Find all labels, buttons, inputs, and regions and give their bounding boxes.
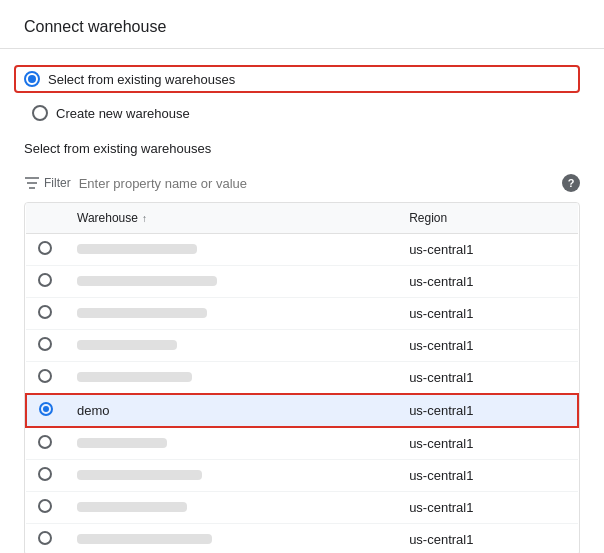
row-region: us-central1 — [397, 492, 578, 524]
row-region: us-central1 — [397, 460, 578, 492]
th-warehouse: Warehouse ↑ — [65, 203, 397, 234]
warehouse-table-wrapper: Warehouse ↑ Region us-central1us-central… — [24, 202, 580, 553]
table-row[interactable]: us-central1 — [26, 460, 578, 492]
warehouse-table: Warehouse ↑ Region us-central1us-central… — [25, 203, 579, 553]
row-radio[interactable] — [38, 369, 52, 383]
table-row[interactable]: us-central1 — [26, 362, 578, 395]
table-row[interactable]: us-central1 — [26, 298, 578, 330]
table-row[interactable]: us-central1 — [26, 492, 578, 524]
skeleton-warehouse — [77, 244, 197, 254]
row-radio-cell[interactable] — [26, 330, 65, 362]
radio-new-input[interactable] — [32, 105, 48, 121]
filter-input[interactable] — [79, 176, 562, 191]
th-radio — [26, 203, 65, 234]
skeleton-warehouse — [77, 308, 207, 318]
row-radio[interactable] — [38, 499, 52, 513]
row-radio-cell[interactable] — [26, 492, 65, 524]
row-warehouse — [65, 492, 397, 524]
table-row[interactable]: demous-central1 — [26, 394, 578, 427]
table-row[interactable]: us-central1 — [26, 427, 578, 460]
row-region: us-central1 — [397, 362, 578, 395]
table-header-row: Warehouse ↑ Region — [26, 203, 578, 234]
radio-group: Select from existing warehouses Create n… — [24, 65, 580, 125]
filter-label: Filter — [44, 176, 71, 190]
row-radio-cell[interactable] — [26, 394, 65, 427]
row-radio-cell[interactable] — [26, 266, 65, 298]
radio-existing-warehouses[interactable]: Select from existing warehouses — [14, 65, 580, 93]
row-radio-cell[interactable] — [26, 362, 65, 395]
row-warehouse — [65, 266, 397, 298]
skeleton-warehouse — [77, 470, 202, 480]
row-region: us-central1 — [397, 298, 578, 330]
table-row[interactable]: us-central1 — [26, 234, 578, 266]
row-radio-cell[interactable] — [26, 524, 65, 554]
th-region: Region — [397, 203, 578, 234]
skeleton-warehouse — [77, 534, 212, 544]
row-radio[interactable] — [38, 305, 52, 319]
row-warehouse — [65, 330, 397, 362]
row-radio[interactable] — [38, 337, 52, 351]
row-warehouse — [65, 298, 397, 330]
dialog-content: Select from existing warehouses Create n… — [0, 49, 604, 553]
sort-icon: ↑ — [142, 213, 147, 224]
row-radio[interactable] — [38, 467, 52, 481]
skeleton-warehouse — [77, 340, 177, 350]
row-radio-cell[interactable] — [26, 298, 65, 330]
row-warehouse — [65, 524, 397, 554]
row-region: us-central1 — [397, 394, 578, 427]
skeleton-warehouse — [77, 438, 167, 448]
row-region: us-central1 — [397, 266, 578, 298]
row-warehouse — [65, 460, 397, 492]
row-warehouse: demo — [65, 394, 397, 427]
row-warehouse — [65, 362, 397, 395]
row-radio-cell[interactable] — [26, 427, 65, 460]
help-icon[interactable]: ? — [562, 174, 580, 192]
row-warehouse — [65, 234, 397, 266]
table-row[interactable]: us-central1 — [26, 266, 578, 298]
section-title: Select from existing warehouses — [24, 141, 580, 156]
row-radio[interactable] — [38, 241, 52, 255]
dialog-title: Connect warehouse — [0, 0, 604, 49]
table-row[interactable]: us-central1 — [26, 330, 578, 362]
row-radio-cell[interactable] — [26, 460, 65, 492]
row-radio[interactable] — [38, 531, 52, 545]
radio-existing-label: Select from existing warehouses — [48, 72, 235, 87]
radio-create-new[interactable]: Create new warehouse — [24, 101, 580, 125]
row-region: us-central1 — [397, 330, 578, 362]
row-region: us-central1 — [397, 234, 578, 266]
connect-warehouse-dialog: Connect warehouse Select from existing w… — [0, 0, 604, 553]
row-radio[interactable] — [39, 402, 53, 416]
row-region: us-central1 — [397, 524, 578, 554]
radio-new-label: Create new warehouse — [56, 106, 190, 121]
row-radio-cell[interactable] — [26, 234, 65, 266]
row-region: us-central1 — [397, 427, 578, 460]
row-radio[interactable] — [38, 435, 52, 449]
table-body: us-central1us-central1us-central1us-cent… — [26, 234, 578, 554]
row-radio[interactable] — [38, 273, 52, 287]
skeleton-warehouse — [77, 276, 217, 286]
skeleton-warehouse — [77, 372, 192, 382]
filter-bar: Filter ? — [24, 168, 580, 198]
row-warehouse — [65, 427, 397, 460]
table-row[interactable]: us-central1 — [26, 524, 578, 554]
radio-existing-input[interactable] — [24, 71, 40, 87]
skeleton-warehouse — [77, 502, 187, 512]
filter-icon: Filter — [24, 176, 71, 190]
